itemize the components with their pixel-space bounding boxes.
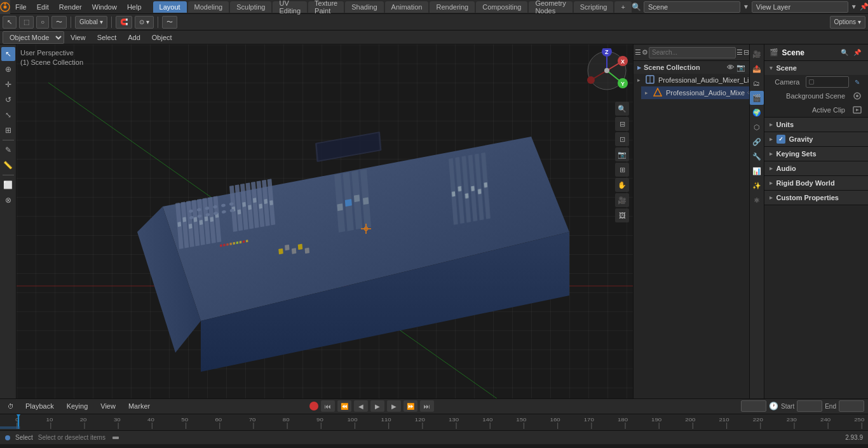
keying-section-header[interactable]: ▸ Keying Sets xyxy=(764,147,868,161)
select-tool-left[interactable]: ↖ xyxy=(1,47,15,61)
props-search-icon[interactable]: 🔍 xyxy=(839,47,850,58)
record-button[interactable] xyxy=(309,402,318,411)
add-menu[interactable]: Add xyxy=(123,31,146,44)
play-btn[interactable]: ▶ xyxy=(370,400,384,412)
select-lasso-btn[interactable]: 〜 xyxy=(51,16,67,29)
rigid-body-section-header[interactable]: ▸ Rigid Body World xyxy=(764,176,868,190)
scene-select[interactable] xyxy=(644,1,740,13)
hand-btn[interactable]: ✋ xyxy=(615,178,629,192)
filter-icon2[interactable]: ⚙ xyxy=(642,46,648,60)
timeline-ruler[interactable]: 0 10 20 30 40 50 60 70 80 90 1 xyxy=(0,414,868,430)
viewport-3d[interactable]: User Perspective (1) Scene Collection xyxy=(17,44,633,398)
camera-icon-btn[interactable]: 🎥 xyxy=(615,193,629,207)
audio-section-header[interactable]: ▸ Audio xyxy=(764,161,868,175)
tab-rendering[interactable]: Rendering xyxy=(430,1,475,13)
start-frame-input[interactable]: 1 xyxy=(797,400,822,412)
prop-render-icon[interactable]: 🎥 xyxy=(750,47,764,61)
end-frame-input[interactable]: 250 xyxy=(839,400,864,412)
menu-file[interactable]: File xyxy=(10,0,32,14)
current-frame-input[interactable]: 1 xyxy=(741,400,766,412)
menu-help[interactable]: Help xyxy=(122,0,147,14)
cursor-tool[interactable]: ⊕ xyxy=(1,62,15,76)
measure-tool[interactable]: 📏 xyxy=(1,158,15,172)
tab-uv-editing[interactable]: UV Editing xyxy=(273,1,307,13)
select-tool-btn[interactable]: ↖ xyxy=(3,16,17,29)
units-section-header[interactable]: ▸ Units xyxy=(764,118,868,132)
restrict-viewport-icon[interactable]: 👁 xyxy=(727,64,734,72)
render-btn[interactable]: 🖼 xyxy=(615,208,629,222)
marker-menu[interactable]: Marker xyxy=(123,400,155,412)
annotate-tool[interactable]: ✎ xyxy=(1,143,15,157)
tab-sculpting[interactable]: Sculpting xyxy=(230,1,271,13)
filter-icon3[interactable]: ☰ xyxy=(736,46,743,60)
scale-tool[interactable]: ⤡ xyxy=(1,108,15,122)
view-all-btn[interactable]: ⊡ xyxy=(615,132,629,146)
tab-geometry-nodes[interactable]: Geometry Nodes xyxy=(529,1,572,13)
active-clip-icon[interactable] xyxy=(851,104,863,116)
next-keyframe-btn[interactable]: ▶ xyxy=(387,400,401,412)
camera-view-btn[interactable]: 📷 xyxy=(615,147,629,161)
options-btn[interactable]: Options ▾ xyxy=(830,16,865,29)
extrude-tool[interactable]: ⊗ xyxy=(1,193,15,207)
next-frame-btn[interactable]: ⏩ xyxy=(403,400,417,412)
outliner-item-1[interactable]: ▸ Professional_Audio_Mixe 👁 📷 xyxy=(641,86,749,99)
tab-layout[interactable]: Layout xyxy=(153,1,187,13)
playback-menu[interactable]: Playback xyxy=(20,400,59,412)
prop-output-icon[interactable]: 📤 xyxy=(750,62,764,76)
mode-select[interactable]: Object Mode xyxy=(3,31,64,44)
menu-render[interactable]: Render xyxy=(54,0,87,14)
select-circle-btn[interactable]: ○ xyxy=(36,16,49,29)
prev-frame-btn[interactable]: ⏪ xyxy=(337,400,351,412)
camera-pick-icon[interactable]: ✎ xyxy=(851,76,863,88)
prop-physics-icon[interactable]: ⚛ xyxy=(750,193,764,207)
keying-menu[interactable]: Keying xyxy=(62,400,93,412)
global-select[interactable]: Global ▾ xyxy=(75,16,107,29)
prop-scene-icon[interactable]: 🎬 xyxy=(750,91,764,105)
scene-section-header[interactable]: ▾ Scene xyxy=(764,61,868,75)
sort-icon[interactable]: ⊟ xyxy=(743,46,749,60)
menu-window[interactable]: Window xyxy=(87,0,122,14)
zoom-out-btn[interactable]: ⊟ xyxy=(615,117,629,131)
prev-keyframe-btn[interactable]: ◀ xyxy=(354,400,368,412)
camera-value[interactable] xyxy=(806,76,849,88)
props-pin-icon[interactable]: 📌 xyxy=(851,47,863,58)
tab-add[interactable]: + xyxy=(614,1,631,13)
view-layer-select[interactable] xyxy=(752,1,848,13)
bg-scene-icon[interactable] xyxy=(851,90,863,102)
prop-modifier-icon[interactable]: 🔧 xyxy=(750,149,764,163)
menu-edit[interactable]: Edit xyxy=(32,0,54,14)
outliner-item-0[interactable]: ▸ Professional_Audio_Mixer_Lig 👁 📷 xyxy=(634,74,749,86)
tab-scripting[interactable]: Scripting xyxy=(574,1,614,13)
prop-constraint-icon[interactable]: 🔗 xyxy=(750,135,764,149)
add-cube-tool[interactable]: ⬜ xyxy=(1,178,15,192)
restrict-render-icon[interactable]: 📷 xyxy=(736,64,745,72)
ortho-view-btn[interactable]: ⊞ xyxy=(615,163,629,177)
select-box-btn[interactable]: ⬚ xyxy=(19,16,34,29)
gravity-checkbox[interactable]: ✓ xyxy=(776,135,785,144)
view-menu-tl[interactable]: View xyxy=(95,400,121,412)
zoom-in-btn[interactable]: 🔍 xyxy=(615,102,629,116)
move-tool[interactable]: ✛ xyxy=(1,78,15,92)
prop-data-icon[interactable]: 📊 xyxy=(750,164,764,178)
graph-btn[interactable]: 〜 xyxy=(162,16,177,29)
prop-particles-icon[interactable]: ✨ xyxy=(750,179,764,193)
select-menu[interactable]: Select xyxy=(92,31,122,44)
transform-tool[interactable]: ⊞ xyxy=(1,123,15,137)
snap-btn[interactable]: 🧲 xyxy=(116,16,132,29)
prop-object-icon[interactable]: ⬡ xyxy=(750,120,764,134)
tab-texture-paint[interactable]: Texture Paint xyxy=(308,1,344,13)
jump-start-btn[interactable]: ⏮ xyxy=(321,400,335,412)
prop-view-layer-icon[interactable]: 🗂 xyxy=(750,76,764,90)
tab-compositing[interactable]: Compositing xyxy=(476,1,527,13)
outliner-icon[interactable]: ☰ xyxy=(635,46,641,60)
rotate-tool[interactable]: ↺ xyxy=(1,93,15,107)
prop-world-icon[interactable]: 🌍 xyxy=(750,105,764,119)
tab-animation[interactable]: Animation xyxy=(385,1,429,13)
custom-props-header[interactable]: ▸ Custom Properties xyxy=(764,191,868,205)
view-menu[interactable]: View xyxy=(65,31,91,44)
tab-shading[interactable]: Shading xyxy=(345,1,383,13)
navigation-gizmo[interactable]: X Y Z xyxy=(585,48,629,93)
pin-icon[interactable]: 📌 xyxy=(860,3,868,11)
tab-modeling[interactable]: Modeling xyxy=(188,1,229,13)
proportional-btn[interactable]: ⊙ ▾ xyxy=(135,16,154,29)
